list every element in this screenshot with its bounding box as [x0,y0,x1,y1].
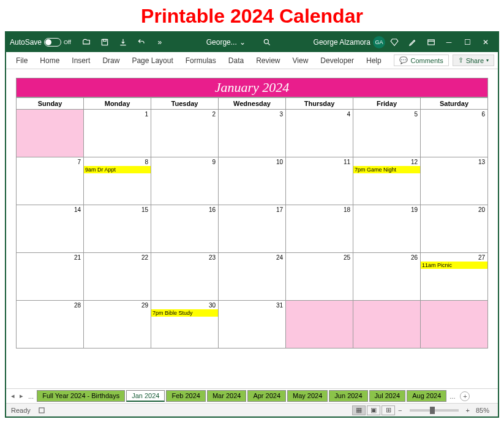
calendar-cell[interactable]: 3 [219,110,286,157]
save-icon[interactable] [99,36,111,48]
calendar-cell[interactable]: 28 [17,301,84,349]
tab-draw[interactable]: Draw [96,52,126,69]
day-number: 10 [276,159,283,165]
autosave-label: AutoSave [10,38,42,47]
comments-button[interactable]: 💬 Comments [394,55,448,66]
calendar-cell[interactable]: 2 [151,110,219,157]
tab-help[interactable]: Help [360,52,388,69]
sheet-tab[interactable]: Full Year 2024 - Birthdays [37,390,125,402]
avatar[interactable]: GA [373,36,385,48]
calendar-cell[interactable]: 307pm Bible Study [151,301,219,349]
calendar-event: 9am Dr Appt [84,166,151,173]
calendar-cell[interactable]: 29 [84,301,151,349]
calendar-cell[interactable]: 7 [17,157,84,205]
zoom-level[interactable]: 85% [476,407,489,414]
calendar-cell[interactable]: 17 [219,205,286,253]
tab-insert[interactable]: Insert [66,52,96,69]
calendar-cell[interactable]: 9 [151,157,219,205]
day-number: 5 [414,111,418,118]
calendar-cell[interactable]: 19 [353,205,421,253]
sheet-tab[interactable]: Jul 2024 [369,390,406,402]
tab-view[interactable]: View [287,52,315,69]
new-sheet-button[interactable]: + [460,391,470,401]
sheet-area[interactable]: January 2024 SundayMondayTuesdayWednesda… [6,69,498,388]
search-icon[interactable] [261,36,273,48]
tab-overflow[interactable]: ... [447,393,457,400]
calendar-cell[interactable]: 26 [353,253,421,301]
minimize-button[interactable]: ─ [440,36,457,48]
ribbon-display-icon[interactable] [425,36,437,48]
zoom-in-button[interactable]: + [466,407,470,414]
month-title: January 2024 [16,78,488,97]
calendar-event: 11am Picnic [421,262,487,269]
username: George Alzamora [314,38,370,47]
tab-home[interactable]: Home [34,52,66,69]
sheet-tab[interactable]: Jan 2024 [126,390,165,402]
zoom-slider[interactable] [410,409,459,412]
sheet-tab[interactable]: Mar 2024 [207,390,246,402]
export-icon[interactable] [117,36,129,48]
svg-rect-4 [39,407,44,412]
pen-icon[interactable] [407,36,419,48]
zoom-out-button[interactable]: − [398,407,402,414]
view-page-break-button[interactable]: ⊞ [382,405,395,415]
calendar-cell[interactable] [421,301,488,349]
calendar-cell[interactable]: 31 [219,301,286,349]
sheet-tab[interactable]: Apr 2024 [247,390,286,402]
filename-dropdown[interactable]: George... ⌄ [206,38,246,47]
sheet-tab[interactable]: Feb 2024 [166,390,205,402]
calendar-cell[interactable]: 2711am Picnic [421,253,488,301]
calendar-cell[interactable]: 4 [286,110,353,157]
calendar-cell[interactable]: 18 [286,205,353,253]
tab-file[interactable]: File [10,52,34,69]
tab-developer[interactable]: Developer [314,52,360,69]
more-icon[interactable]: » [154,36,166,48]
calendar-cell[interactable]: 24 [219,253,286,301]
calendar-cell[interactable]: 16 [151,205,219,253]
calendar-cell[interactable]: 6 [421,110,488,157]
calendar-cell[interactable] [353,301,421,349]
calendar-cell[interactable]: 14 [17,205,84,253]
maximize-button[interactable]: ☐ [459,36,476,48]
tab-nav-more[interactable]: ... [26,393,36,400]
calendar-cell[interactable]: 13 [421,157,488,205]
tab-nav-right[interactable]: ▸ [17,392,26,400]
diamond-icon[interactable] [388,36,401,48]
accessibility-icon[interactable] [36,404,48,416]
calendar-cell[interactable]: 21 [17,253,84,301]
calendar-cell[interactable] [286,301,353,349]
calendar-cell[interactable]: 25 [286,253,353,301]
open-icon[interactable] [80,36,92,48]
calendar-cell[interactable]: 10 [219,157,286,205]
calendar-cell[interactable]: 15 [84,205,151,253]
excel-window: AutoSave Off » George... ⌄ George Alzamo… [5,31,499,418]
tab-formulas[interactable]: Formulas [179,52,222,69]
autosave-toggle[interactable]: AutoSave Off [10,38,71,47]
calendar-cell[interactable]: 1 [84,110,151,157]
calendar-cell[interactable]: 20 [421,205,488,253]
sheet-tab[interactable]: May 2024 [287,390,328,402]
page-title: Printable 2024 Calendar [0,0,504,31]
tab-nav-left[interactable]: ◂ [9,392,17,400]
tab-page-layout[interactable]: Page Layout [126,52,179,69]
day-number: 12 [411,159,418,165]
sheet-tab[interactable]: Aug 2024 [407,390,446,402]
calendar-cell[interactable] [17,110,84,157]
sheet-tab[interactable]: Jun 2024 [329,390,367,402]
calendar-cell[interactable]: 22 [84,253,151,301]
close-button[interactable]: ✕ [477,36,494,48]
calendar-cell[interactable]: 11 [286,157,353,205]
share-button[interactable]: ⇪ Share ▾ [453,55,494,66]
tab-data[interactable]: Data [222,52,250,69]
calendar-cell[interactable]: 5 [353,110,421,157]
undo-icon[interactable] [135,36,148,48]
calendar-cell[interactable]: 23 [151,253,219,301]
view-page-layout-button[interactable]: ▣ [367,405,380,415]
day-number: 20 [478,206,485,213]
tab-review[interactable]: Review [250,52,286,69]
day-number: 15 [141,206,148,213]
calendar-cell[interactable]: 127pm Game Night [353,157,421,205]
view-normal-button[interactable]: ▦ [352,405,366,415]
day-number: 8 [145,159,148,165]
calendar-cell[interactable]: 89am Dr Appt [84,157,151,205]
